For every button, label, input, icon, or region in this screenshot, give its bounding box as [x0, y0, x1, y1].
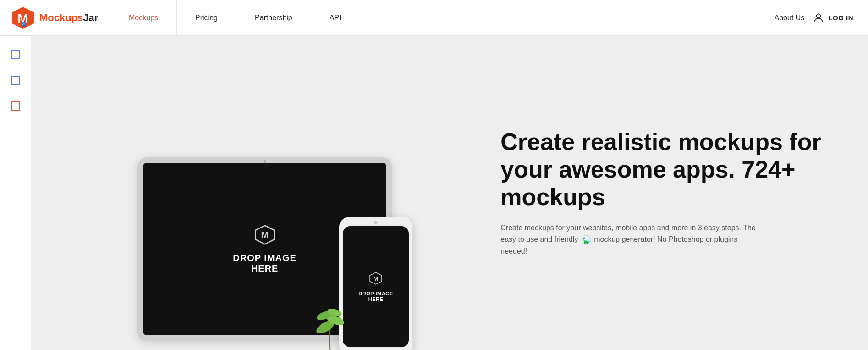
- navbar: M ♐ MockupsJar Mockups Pricing Partnersh…: [0, 0, 868, 36]
- sidebar: [0, 36, 31, 350]
- svg-rect-6: [11, 102, 20, 110]
- svg-text:M: M: [261, 230, 269, 240]
- nav-item-pricing[interactable]: Pricing: [177, 0, 236, 35]
- phone-screen[interactable]: M DROP IMAGEHERE: [343, 226, 409, 347]
- logo[interactable]: M ♐ MockupsJar: [0, 6, 110, 30]
- svg-text:🦕: 🦕: [582, 237, 590, 244]
- logo-icon: M ♐: [11, 6, 35, 30]
- phone-camera: [374, 221, 378, 224]
- tablet-drop-text: DROP IMAGEHERE: [233, 253, 297, 274]
- square-outline-icon-0: [11, 50, 21, 60]
- user-icon: [813, 12, 824, 24]
- svg-rect-4: [11, 50, 20, 59]
- square-outline-icon-1: [11, 75, 21, 85]
- tablet-logo: M: [255, 225, 275, 248]
- phone-logo: M: [369, 272, 382, 287]
- svg-text:♐: ♐: [21, 21, 26, 27]
- phone-drop-text: DROP IMAGEHERE: [358, 291, 393, 302]
- svg-rect-5: [11, 76, 20, 84]
- square-outline-icon-2: [11, 101, 21, 111]
- logo-text: MockupsJar: [39, 12, 98, 24]
- svg-point-3: [817, 14, 821, 18]
- about-link[interactable]: About Us: [775, 14, 805, 22]
- nav-item-partnership[interactable]: Partnership: [236, 0, 311, 35]
- main-content: M DROP IMAGEHERE M: [31, 36, 868, 350]
- sidebar-item-2[interactable]: [6, 96, 25, 116]
- hero-title: Create realistic mockups for your awesom…: [500, 128, 841, 211]
- page-body: M DROP IMAGEHERE M: [0, 36, 868, 350]
- login-text: LOG IN: [828, 14, 853, 22]
- nav-item-mockups[interactable]: Mockups: [110, 0, 177, 35]
- tablet-camera: [264, 160, 266, 163]
- plant-decoration: [312, 295, 348, 350]
- hero-subtitle: Create mockups for your websites, mobile…: [500, 222, 757, 257]
- nav-item-api[interactable]: API: [311, 0, 360, 35]
- nav-right: About Us LOG IN: [760, 12, 868, 24]
- tablet-mockup: M DROP IMAGEHERE M: [137, 157, 403, 350]
- phone-mockup: M DROP IMAGEHERE: [339, 217, 412, 350]
- sidebar-item-1[interactable]: [6, 71, 25, 90]
- dino-icon: 🦕: [581, 235, 591, 245]
- login-area[interactable]: LOG IN: [813, 12, 853, 24]
- sidebar-item-0[interactable]: [6, 45, 25, 64]
- mockup-area: M DROP IMAGEHERE M: [31, 36, 491, 350]
- nav-links: Mockups Pricing Partnership API: [110, 0, 760, 35]
- svg-text:M: M: [374, 275, 379, 282]
- hero-area: Create realistic mockups for your awesom…: [491, 36, 868, 350]
